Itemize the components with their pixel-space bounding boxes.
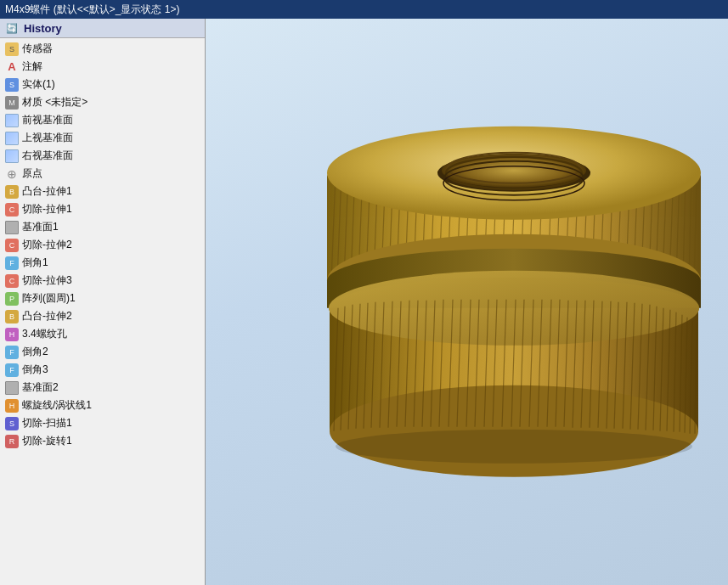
origin-label: 原点 [22,166,201,181]
base-plane2-icon [5,381,19,395]
thread-hole-icon: H [5,328,19,341]
annotation-icon: A [5,60,19,74]
cut-extrude1-icon: C [5,203,19,217]
tree-item-fillet1[interactable]: F倒角1 [0,254,205,272]
tree-item-boss-extrude2[interactable]: B凸台-拉伸2 [0,307,205,325]
cut-extrude2-icon: C [5,239,19,252]
svg-point-109 [336,429,692,463]
helix1-icon: H [5,399,19,413]
fillet2-icon: F [5,346,19,359]
tree-item-thread-hole[interactable]: H3.4螺纹孔 [0,325,205,343]
fillet3-label: 倒角3 [22,363,201,377]
tree-item-circular-pattern1[interactable]: P阵列(圆周)1 [0,290,205,307]
top-plane-icon [5,132,19,145]
fillet1-label: 倒角1 [22,256,201,270]
cut-extrude3-icon: C [5,274,19,288]
cut-sweep1-icon: S [5,417,19,430]
tree-item-origin[interactable]: ⊕原点 [0,165,205,183]
circular-pattern1-icon: P [5,292,19,306]
panel-resize-handle[interactable] [201,19,205,585]
thread-hole-label: 3.4螺纹孔 [22,327,201,341]
panel-header-label: History [24,22,62,35]
solid-icon: S [5,78,19,92]
base-plane1-icon [5,221,19,234]
feature-tree-panel: 🔄 History S传感器A注解S实体(1)M材质 <未指定>前视基准面上视基… [0,19,206,585]
right-plane-label: 右视基准面 [22,149,201,163]
circular-pattern1-label: 阵列(圆周)1 [22,291,201,306]
cut-sweep1-label: 切除-扫描1 [22,416,201,430]
tree-item-boss-extrude1[interactable]: B凸台-拉伸1 [0,183,205,200]
tree-item-material[interactable]: M材质 <未指定> [0,93,205,111]
solid-label: 实体(1) [22,77,201,92]
boss-extrude1-icon: B [5,185,19,199]
base-plane2-label: 基准面2 [22,380,201,395]
material-icon: M [5,96,19,110]
helix1-label: 螺旋线/涡状线1 [22,398,201,413]
3d-model [280,72,729,550]
tree-item-base-plane2[interactable]: 基准面2 [0,379,205,397]
tree-item-base-plane1[interactable]: 基准面1 [0,218,205,236]
feature-tree[interactable]: S传感器A注解S实体(1)M材质 <未指定>前视基准面上视基准面右视基准面⊕原点… [0,38,205,585]
front-plane-label: 前视基准面 [22,113,201,127]
3d-viewport[interactable] [206,19,728,585]
tree-item-top-plane[interactable]: 上视基准面 [0,129,205,147]
tree-item-fillet2[interactable]: F倒角2 [0,343,205,361]
boss-extrude2-label: 凸台-拉伸2 [22,309,201,323]
title-text: M4x9螺件 (默认<<默认>_显示状态 1>) [5,3,179,17]
tree-item-annotation[interactable]: A注解 [0,58,205,76]
cut-extrude2-label: 切除-拉伸2 [22,238,201,252]
fillet1-icon: F [5,256,19,270]
tree-item-helix1[interactable]: H螺旋线/涡状线1 [0,397,205,414]
sensor-label: 传感器 [22,42,201,56]
tree-item-cut-extrude3[interactable]: C切除-拉伸3 [0,272,205,290]
fillet2-label: 倒角2 [22,345,201,359]
tree-item-right-plane[interactable]: 右视基准面 [0,147,205,165]
tree-item-cut-extrude1[interactable]: C切除-拉伸1 [0,200,205,218]
cut-revolve1-icon: R [5,435,19,448]
front-plane-icon [5,114,19,127]
cut-extrude1-label: 切除-拉伸1 [22,202,201,217]
tree-item-solid[interactable]: S实体(1) [0,76,205,93]
tree-item-cut-revolve1[interactable]: R切除-旋转1 [0,432,205,450]
history-icon: 🔄 [5,21,19,35]
origin-icon: ⊕ [5,167,19,181]
top-plane-label: 上视基准面 [22,131,201,145]
tree-item-sensor[interactable]: S传感器 [0,40,205,58]
fillet3-icon: F [5,363,19,377]
sensor-icon: S [5,42,19,56]
material-label: 材质 <未指定> [22,95,201,110]
tree-item-fillet3[interactable]: F倒角3 [0,361,205,379]
base-plane1-label: 基准面1 [22,220,201,234]
tree-item-front-plane[interactable]: 前视基准面 [0,111,205,129]
right-plane-icon [5,149,19,163]
tree-item-cut-extrude2[interactable]: C切除-拉伸2 [0,236,205,254]
title-bar: M4x9螺件 (默认<<默认>_显示状态 1>) [0,0,728,19]
tree-item-cut-sweep1[interactable]: S切除-扫描1 [0,414,205,432]
panel-header: 🔄 History [0,19,205,38]
cut-extrude3-label: 切除-拉伸3 [22,273,201,288]
cut-revolve1-label: 切除-旋转1 [22,434,201,448]
boss-extrude2-icon: B [5,310,19,323]
boss-extrude1-label: 凸台-拉伸1 [22,184,201,199]
svg-point-62 [329,270,699,345]
main-area: 🔄 History S传感器A注解S实体(1)M材质 <未指定>前视基准面上视基… [0,19,728,585]
annotation-label: 注解 [22,59,201,74]
